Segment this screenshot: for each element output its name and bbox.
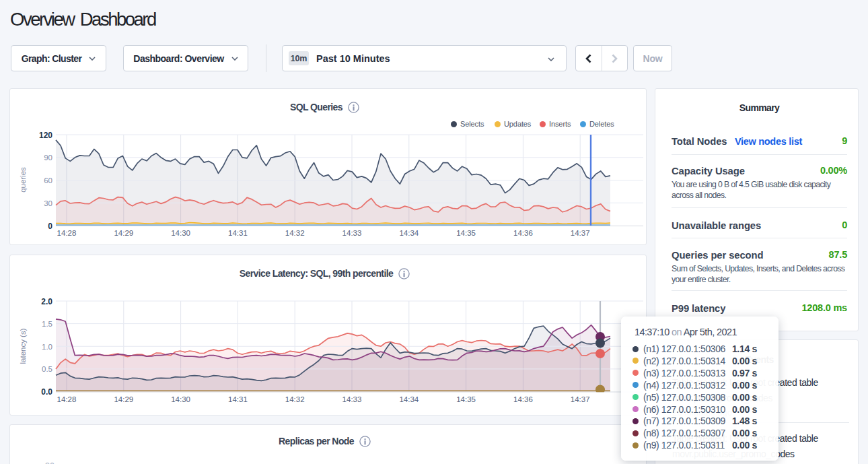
svg-text:90: 90 <box>44 154 52 162</box>
svg-text:14:30: 14:30 <box>171 229 190 237</box>
svg-text:14:32: 14:32 <box>285 395 305 403</box>
svg-text:14:37: 14:37 <box>571 229 590 237</box>
svg-text:14:33: 14:33 <box>342 229 362 237</box>
svg-text:14:36: 14:36 <box>513 229 533 237</box>
svg-text:14:29: 14:29 <box>114 395 133 403</box>
svg-text:1.0: 1.0 <box>42 343 52 351</box>
svg-text:120: 120 <box>39 131 52 140</box>
svg-text:0.0: 0.0 <box>41 387 52 397</box>
svg-text:14:31: 14:31 <box>228 395 248 403</box>
svg-text:14:35: 14:35 <box>456 395 476 403</box>
svg-text:60: 60 <box>44 176 52 185</box>
svg-text:0.5: 0.5 <box>42 365 52 373</box>
svg-text:14:33: 14:33 <box>342 395 362 403</box>
svg-text:14:29: 14:29 <box>114 229 133 237</box>
svg-text:latency (s): latency (s) <box>19 328 27 364</box>
svg-text:14:36: 14:36 <box>513 395 533 403</box>
svg-text:14:32: 14:32 <box>285 229 305 237</box>
svg-text:2.0: 2.0 <box>41 297 52 306</box>
svg-text:14:31: 14:31 <box>228 229 248 237</box>
svg-text:1.5: 1.5 <box>42 320 52 328</box>
svg-text:14:37: 14:37 <box>571 395 590 403</box>
svg-text:queries: queries <box>19 167 27 193</box>
svg-text:14:28: 14:28 <box>57 229 77 237</box>
svg-text:14:30: 14:30 <box>171 395 190 403</box>
svg-text:14:34: 14:34 <box>399 395 419 403</box>
svg-text:14:28: 14:28 <box>57 395 77 403</box>
svg-text:14:34: 14:34 <box>399 229 419 237</box>
svg-text:0: 0 <box>48 222 52 231</box>
svg-text:14:35: 14:35 <box>456 229 476 237</box>
svg-text:30: 30 <box>44 199 52 207</box>
